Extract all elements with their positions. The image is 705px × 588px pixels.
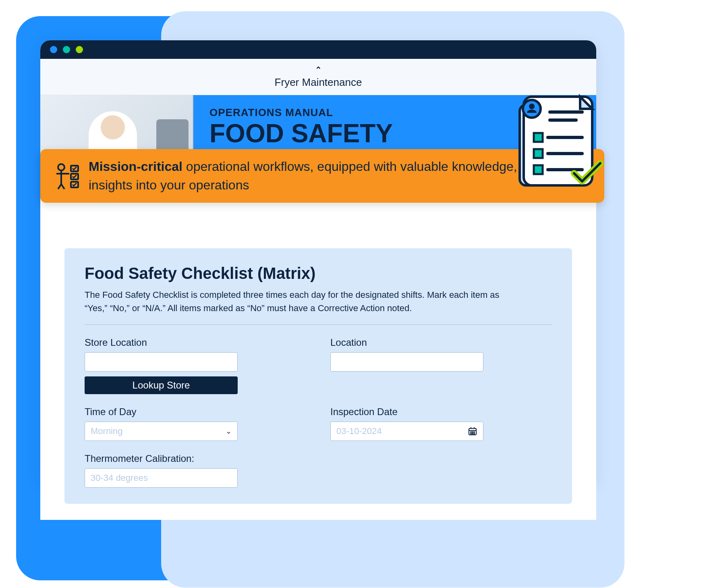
store-location-input[interactable] [85,352,238,372]
field-time-of-day: Time of Day Morning ⌄ [85,406,306,441]
window-dot-3 [76,46,83,53]
svg-rect-19 [534,165,543,174]
svg-point-6 [474,432,475,432]
svg-point-7 [471,433,471,434]
checklist-form-card: Food Safety Checklist (Matrix) The Food … [64,248,572,504]
svg-point-12 [529,104,535,109]
svg-rect-17 [534,149,543,158]
chevron-down-icon: ⌄ [226,427,232,436]
divider [85,324,552,325]
thermometer-value: 30-34 degrees [91,473,148,483]
inspection-date-value: 03-10-2024 [336,426,382,436]
lookup-store-button[interactable]: Lookup Store [85,376,238,394]
svg-point-4 [471,432,471,432]
thermometer-input[interactable]: 30-34 degrees [85,468,238,488]
browser-titlebar [40,40,596,59]
thermometer-label: Thermometer Calibration: [85,453,306,464]
banner-strong: Mission-critical [89,159,182,174]
location-label: Location [330,337,552,348]
svg-line-25 [61,184,64,189]
field-inspection-date: Inspection Date 03-10-2024 [330,406,552,441]
window-dot-2 [63,46,70,53]
location-input[interactable] [330,352,483,372]
svg-point-8 [472,433,473,434]
inspection-date-label: Inspection Date [330,406,552,418]
calendar-icon [468,426,477,436]
browser-window: ⌃ Fryer Maintenance OPERATIONS MANUAL FO… [40,40,596,484]
inspection-date-input[interactable]: 03-10-2024 [330,422,483,441]
time-of-day-value: Morning [91,426,122,436]
form-title: Food Safety Checklist (Matrix) [85,264,552,283]
field-location: Location [330,337,552,394]
time-of-day-label: Time of Day [85,406,306,418]
svg-point-5 [472,432,473,432]
person-checklist-icon [52,162,81,190]
content-area: Food Safety Checklist (Matrix) The Food … [40,196,596,520]
field-thermometer: Thermometer Calibration: 30-34 degrees [85,453,306,488]
breadcrumb-label[interactable]: Fryer Maintenance [275,76,362,89]
svg-rect-15 [534,133,543,142]
form-description: The Food Safety Checklist is completed t… [85,288,512,315]
chevron-up-icon[interactable]: ⌃ [315,65,322,75]
svg-point-9 [474,433,475,434]
window-dot-1 [50,46,57,53]
store-location-label: Store Location [85,337,306,348]
breadcrumb-bar: ⌃ Fryer Maintenance [40,59,596,95]
field-store-location: Store Location Lookup Store [85,337,306,394]
svg-point-21 [58,164,64,170]
time-of-day-select[interactable]: Morning ⌄ [85,422,238,441]
checklist-illustration-icon [512,93,608,197]
